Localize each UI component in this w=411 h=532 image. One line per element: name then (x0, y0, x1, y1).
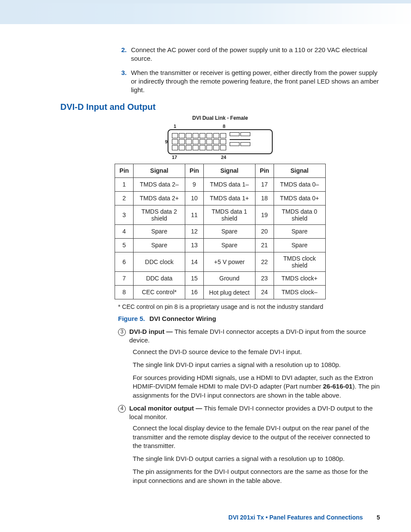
numbered-steps: 2. Connect the AC power cord of the powe… (116, 46, 380, 94)
table-row: 8CEC control*16Hot plug detect24TMDS clo… (115, 286, 325, 299)
cell-pin: 2 (115, 192, 134, 205)
cell-pin: 22 (255, 252, 274, 272)
pin-label-9: 9 (165, 139, 168, 145)
callout-4: 4 Local monitor output — This female DVI… (118, 404, 380, 422)
callout-lead: DVI-D input — (129, 328, 174, 335)
callout-3-para-3: For sources providing HDMI signals, use … (133, 373, 380, 400)
footer-product: DVI 201xi Tx • Panel Features and Connec… (228, 514, 363, 521)
cell-signal: TMDS data 0+ (274, 192, 325, 205)
cell-signal: TMDS data 2 shield (134, 205, 185, 225)
callout-4-para-2: The single link DVI-D output carries a s… (133, 454, 380, 463)
cell-signal: TMDS data 2+ (134, 192, 185, 205)
cell-signal: +5 V power (203, 252, 255, 272)
table-row: 3TMDS data 2 shield11TMDS data 1 shield1… (115, 205, 325, 225)
connector-diagram: DVI Dual Link - Female 1 8 9 17 24 (160, 115, 280, 160)
cell-pin: 14 (185, 252, 204, 272)
page-content: 2. Connect the AC power cord of the powe… (0, 46, 411, 485)
connector-title: DVI Dual Link - Female (160, 115, 280, 121)
th-pin: Pin (115, 164, 134, 178)
table-row: 6DDC clock14+5 V power22TMDS clock shiel… (115, 252, 325, 272)
table-row: 1TMDS data 2–9TMDS data 1–17TMDS data 0– (115, 178, 325, 192)
cell-pin: 20 (255, 225, 274, 239)
th-signal: Pin (255, 164, 274, 178)
cell-pin: 10 (185, 192, 204, 205)
th-signal: Signal (134, 164, 185, 178)
cell-pin: 12 (185, 225, 204, 239)
part-number: 26-616-01 (323, 383, 352, 390)
cell-signal: Spare (134, 239, 185, 252)
callout-4-para-3: The pin assignments for the DVI-I output… (133, 467, 380, 485)
circled-number-icon: 4 (118, 405, 126, 413)
cell-signal: CEC control* (134, 286, 185, 299)
cell-signal: DDC clock (134, 252, 185, 272)
dvi-blade-icon (230, 132, 250, 151)
callout-body: Local monitor output — This female DVI-I… (129, 404, 380, 422)
cell-signal: TMDS data 1+ (203, 192, 255, 205)
cell-pin: 18 (255, 192, 274, 205)
step-2: 2. Connect the AC power cord of the powe… (116, 46, 380, 63)
section-heading: DVI-D Input and Output (60, 101, 380, 113)
th-signal: Signal (274, 164, 325, 178)
cell-pin: 11 (185, 205, 204, 225)
table-footnote: * CEC control on pin 8 is a proprietary … (118, 303, 380, 311)
cell-pin: 13 (185, 239, 204, 252)
table-row: 4Spare12Spare20Spare (115, 225, 325, 239)
cell-pin: 4 (115, 225, 134, 239)
table-row: 2TMDS data 2+10TMDS data 1+18TMDS data 0… (115, 192, 325, 205)
cell-signal: TMDS clock– (274, 286, 325, 299)
cell-pin: 9 (185, 178, 204, 192)
circled-number-icon: 3 (118, 328, 126, 336)
page-top-stripe (0, 0, 411, 24)
callout-lead: Local monitor output — (129, 404, 204, 412)
pin-label-24: 24 (221, 154, 226, 161)
cell-signal: Hot plug detect (203, 286, 255, 299)
figure-title: DVI Connector Wiring (149, 315, 216, 322)
cell-pin: 21 (255, 239, 274, 252)
pin-label-8: 8 (223, 123, 225, 130)
table-header-row: Pin Signal Pin Signal Pin Signal (115, 164, 325, 178)
cell-signal: TMDS data 0– (274, 178, 325, 192)
cell-pin: 23 (255, 272, 274, 286)
step-3: 3. When the transmitter or receiver is g… (116, 68, 380, 95)
step-text: Connect the AC power cord of the power s… (131, 46, 380, 63)
cell-pin: 1 (115, 178, 134, 192)
cell-pin: 8 (115, 286, 134, 299)
cell-pin: 5 (115, 239, 134, 252)
callout-3: 3 DVI-D input — This female DVI-I connec… (118, 327, 380, 345)
cell-signal: TMDS clock+ (274, 272, 325, 286)
cell-signal: Spare (274, 225, 325, 239)
dvi-shell-icon (168, 129, 273, 154)
dvi-pin-grid (172, 133, 226, 150)
cell-signal: Spare (134, 225, 185, 239)
callout-3-para-1: Connect the DVI-D source device to the f… (133, 348, 380, 356)
th-signal: Signal (203, 164, 255, 178)
cell-signal: Spare (274, 239, 325, 252)
cell-pin: 15 (185, 272, 204, 286)
figure-caption: Figure 5. DVI Connector Wiring (118, 314, 380, 323)
cell-pin: 17 (255, 178, 274, 192)
pin-label-17: 17 (172, 154, 177, 161)
cell-pin: 24 (255, 286, 274, 299)
pin-table: Pin Signal Pin Signal Pin Signal 1TMDS d… (115, 164, 325, 299)
cell-signal: TMDS data 1 shield (203, 205, 255, 225)
cell-signal: Spare (203, 225, 255, 239)
step-number: 3. (116, 68, 127, 95)
footer-page-number: 5 (377, 514, 380, 521)
callout-4-para-1: Connect the local display device to the … (133, 424, 380, 450)
cell-signal: TMDS data 2– (134, 178, 185, 192)
step-text: When the transmitter or receiver is gett… (131, 68, 380, 95)
table-row: 7DDC data15Ground23TMDS clock+ (115, 272, 325, 286)
step-number: 2. (116, 46, 127, 63)
table-row: 5Spare13Spare21Spare (115, 239, 325, 252)
th-pin: Pin (185, 164, 204, 178)
figure-number: Figure 5. (118, 315, 145, 322)
cell-pin: 19 (255, 205, 274, 225)
cell-signal: TMDS data 1– (203, 178, 255, 192)
cell-pin: 16 (185, 286, 204, 299)
cell-pin: 7 (115, 272, 134, 286)
callout-3-para-2: The single link DVI-D input carries a si… (133, 361, 380, 369)
cell-signal: TMDS clock shield (274, 252, 325, 272)
page-footer: DVI 201xi Tx • Panel Features and Connec… (228, 513, 380, 522)
cell-pin: 6 (115, 252, 134, 272)
callout-body: DVI-D input — This female DVI-I connecto… (129, 327, 380, 345)
